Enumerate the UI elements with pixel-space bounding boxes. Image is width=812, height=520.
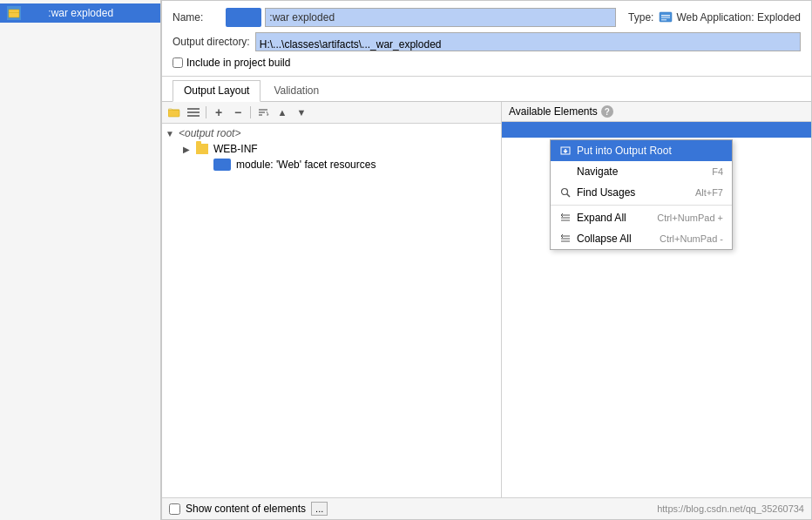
type-icon (659, 10, 673, 24)
navigate-label: Navigate (577, 165, 618, 178)
help-icon[interactable]: ? (601, 105, 613, 118)
available-content: Put into Output Root Navigate F4 (502, 122, 811, 497)
available-item-blurred (509, 124, 544, 136)
type-value: Web Application: Exploded (659, 10, 801, 24)
artifact-sidebar: :war exploded (0, 0, 161, 520)
svg-rect-9 (187, 115, 200, 117)
collapse-all-label: Collapse All (577, 233, 632, 245)
show-content-checkbox[interactable] (169, 503, 180, 515)
output-tree: + − ▲ ▼ (162, 102, 502, 497)
find-usages-label: Find Usages (577, 186, 635, 199)
available-header: Available Elements ? (502, 102, 811, 122)
name-blurred (226, 8, 261, 27)
navigate-shortcut: F4 (712, 166, 723, 177)
expand-all-icon (559, 212, 572, 224)
tree-item-webinf-label: WEB-INF (213, 143, 258, 155)
show-content-label: Show content of elements (186, 503, 306, 515)
tabs-bar: Output Layout Validation (162, 80, 811, 102)
context-menu-find-usages[interactable]: Find Usages Alt+F7 (551, 182, 732, 203)
svg-rect-5 (661, 19, 667, 21)
svg-rect-8 (187, 111, 200, 113)
bottom-bar: Show content of elements ... https://blo… (162, 497, 811, 519)
name-label: Name: (173, 11, 220, 24)
toolbar-sep-1 (206, 106, 206, 118)
toolbar-down-btn[interactable]: ▼ (293, 104, 310, 121)
tree-item-module[interactable]: ▶ module: 'Web' facet resources (162, 157, 501, 172)
output-dir-row: Output directory: H:\...\classes\artifac… (173, 32, 801, 51)
tab-validation[interactable]: Validation (262, 80, 330, 101)
context-menu-separator (551, 205, 732, 206)
tree-content: ▼ <output root> ▶ WEB-INF ▶ module: 'Web… (162, 124, 501, 497)
tree-item-module-label: module: 'Web' facet resources (236, 159, 376, 171)
watermark: https://blog.csdn.net/qq_35260734 (657, 503, 804, 514)
collapse-all-icon (559, 233, 572, 245)
expand-all-label: Expand All (577, 212, 626, 224)
tab-output-layout[interactable]: Output Layout (173, 80, 261, 102)
find-usages-icon (559, 186, 572, 199)
svg-rect-1 (9, 12, 19, 13)
svg-rect-6 (168, 110, 179, 117)
collapse-all-shortcut: Ctrl+NumPad - (660, 233, 723, 244)
tree-toolbar: + − ▲ ▼ (162, 102, 501, 124)
context-menu-collapse-all[interactable]: Collapse All Ctrl+NumPad - (551, 228, 732, 249)
svg-rect-0 (9, 10, 19, 17)
expand-all-shortcut: Ctrl+NumPad + (657, 213, 723, 223)
tree-item-webinf[interactable]: ▶ WEB-INF (162, 141, 501, 157)
toolbar-sort-btn[interactable] (254, 104, 272, 121)
toolbar-sep-2 (250, 106, 251, 118)
available-elements-label: Available Elements (509, 105, 598, 118)
type-label: Type: (628, 11, 653, 24)
artifact-icon (7, 6, 21, 20)
svg-point-15 (562, 189, 568, 195)
context-menu-put-output-root[interactable]: Put into Output Root (551, 140, 732, 161)
tree-item-output-root[interactable]: ▼ <output root> (162, 125, 501, 141)
navigate-icon (559, 165, 572, 178)
toolbar-remove-btn[interactable]: − (229, 104, 247, 121)
webinf-folder-icon (196, 144, 208, 154)
form-area: Name: :war exploded Type: Web Applicatio… (162, 1, 811, 77)
include-project-build-row: Include in project build (173, 57, 801, 69)
type-text: Web Application: Exploded (676, 11, 801, 24)
output-dir-label: Output directory: (173, 36, 250, 48)
context-menu-navigate[interactable]: Navigate F4 (551, 161, 732, 182)
name-input[interactable]: :war exploded (265, 8, 616, 27)
include-project-build-checkbox[interactable] (173, 57, 183, 68)
toolbar-list-btn[interactable] (185, 104, 202, 121)
tree-toggle-root[interactable]: ▼ (166, 129, 176, 138)
module-blurred-prefix (213, 159, 231, 171)
find-usages-shortcut: Alt+F7 (695, 187, 723, 198)
browse-button[interactable]: ... (311, 502, 328, 516)
svg-line-16 (567, 194, 571, 198)
svg-rect-4 (661, 17, 670, 19)
put-output-root-icon (559, 145, 572, 157)
context-menu-expand-all[interactable]: Expand All Ctrl+NumPad + (551, 207, 732, 228)
tree-toggle-webinf[interactable]: ▶ (183, 145, 193, 154)
svg-rect-7 (187, 108, 200, 110)
layout-panel: + − ▲ ▼ (162, 102, 811, 497)
put-output-root-label: Put into Output Root (577, 145, 672, 157)
tree-item-root-label: <output root> (179, 127, 240, 139)
context-menu: Put into Output Root Navigate F4 (550, 139, 733, 250)
toolbar-up-btn[interactable]: ▲ (274, 104, 291, 121)
sidebar-item-suffix: :war exploded (48, 7, 113, 19)
available-panel: Available Elements ? (502, 102, 811, 497)
toolbar-add-btn[interactable]: + (210, 104, 227, 121)
toolbar-folder-btn[interactable] (166, 104, 183, 121)
main-content: Name: :war exploded Type: Web Applicatio… (161, 0, 812, 520)
name-row: Name: :war exploded Type: Web Applicatio… (173, 8, 801, 27)
svg-rect-3 (661, 15, 670, 17)
sidebar-item-label (24, 7, 44, 19)
include-project-build-label: Include in project build (186, 57, 290, 69)
sidebar-item-war-exploded[interactable]: :war exploded (0, 3, 160, 23)
output-dir-input[interactable]: H:\...\classes\artifacts\..._war_explode… (255, 32, 801, 51)
available-item-selected[interactable] (502, 122, 811, 138)
